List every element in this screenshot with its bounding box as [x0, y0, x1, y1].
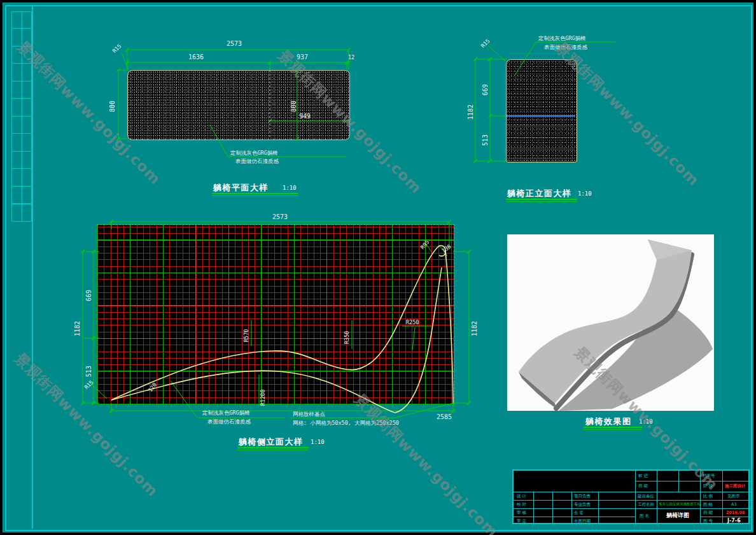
plan-dim-height: 800: [109, 101, 116, 112]
plan-dim-total: 2573: [227, 41, 242, 47]
plan-dim-inner-width: 949: [299, 113, 311, 120]
cad-sheet: ⋮∶ ⋮∶ ⋮∶ ⋮∶: [0, 0, 756, 535]
side-radius-r1200: R1200: [260, 389, 266, 406]
side-radius-r570: R570: [244, 329, 249, 342]
side-title-underline2: [237, 450, 309, 450]
render-title-underline2: [584, 429, 642, 430]
side-title-underline: [237, 447, 309, 448]
plan-view-scale: 1:10: [283, 185, 297, 191]
front-title-underline2: [506, 201, 577, 202]
side-radius-r250: R250: [406, 320, 419, 325]
side-dim-left-lower: 513: [86, 366, 92, 377]
plan-title-underline: [212, 193, 298, 194]
front-view-title: 躺椅正立面大样: [507, 188, 572, 199]
front-dim-upper: 669: [482, 84, 489, 96]
strip-mark: ⋮∶: [23, 201, 27, 205]
front-view-scale: 1:10: [578, 190, 592, 197]
render-title-underline: [584, 427, 642, 428]
side-material-note-1: 定制浅灰色GRG躺椅: [202, 410, 250, 416]
strip-mark: ⋮∶: [23, 101, 27, 104]
side-dim-left-upper: 669: [86, 290, 92, 301]
plan-material-note-1: 定制浅灰色GRG躺椅: [230, 150, 278, 156]
plan-dim-end: 12: [348, 55, 354, 61]
front-dim-lower: 513: [482, 134, 489, 146]
side-radius-r350: R350: [344, 331, 350, 344]
side-dim-bottom: 2585: [437, 414, 452, 420]
side-dim-left-total: 1182: [74, 321, 81, 336]
front-striation-lines: [507, 126, 575, 159]
dimension-ticks: [81, 48, 492, 413]
plan-dim-left: 1636: [188, 54, 204, 61]
plan-material-note-2: 表面做仿石漆质感: [235, 159, 279, 164]
side-dim-right-total: 1182: [472, 321, 478, 336]
plan-view-title: 躺椅平面大样: [213, 182, 269, 194]
side-view-title: 躺椅侧立面大样: [239, 436, 304, 448]
strip-mark: ⋮∶: [14, 152, 18, 155]
front-dim-total: 1182: [468, 104, 474, 120]
side-grid-note-1: 网格放样基点: [293, 411, 325, 417]
render-view-title: 躺椅效果图: [585, 416, 632, 427]
side-view-scale: 1:10: [311, 439, 325, 445]
side-dim-top: 2573: [272, 214, 288, 220]
chaise-profile-curves: [111, 246, 453, 413]
front-title-underline: [506, 199, 577, 200]
side-material-note-2: 表面做仿石漆质感: [207, 419, 251, 425]
plan-title-underline2: [212, 196, 298, 196]
plan-dim-inner-height: 800: [291, 101, 297, 112]
